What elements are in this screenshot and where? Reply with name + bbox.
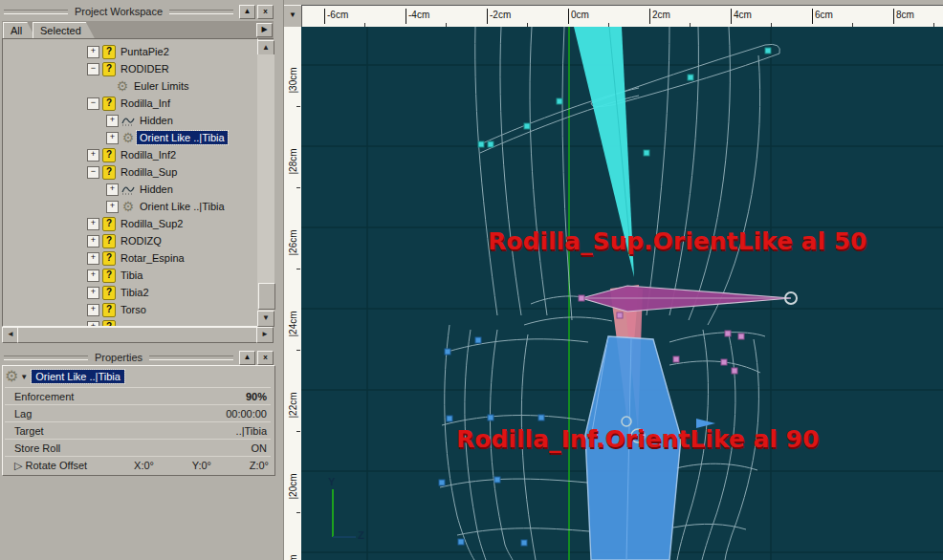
expand-icon[interactable]: + xyxy=(106,201,119,213)
tree-item-label[interactable]: Tibia xyxy=(118,269,145,282)
workspace-tabbar: All Selected ▶ xyxy=(2,21,274,39)
tree-item-label[interactable]: RODIDER xyxy=(118,62,172,75)
properties-close-button[interactable]: x xyxy=(257,351,274,365)
workspace-close-button[interactable]: x xyxy=(257,5,274,19)
panel-divider[interactable] xyxy=(275,0,284,560)
tree-item-label[interactable]: Hidden xyxy=(137,183,176,196)
tree-item-hidden[interactable]: +Hidden xyxy=(3,181,257,198)
expand-icon[interactable]: + xyxy=(106,183,119,196)
property-row-rotate-offset[interactable]: ▷ Rotate OffsetX:0°Y:0°Z:0° xyxy=(5,456,271,474)
project-workspace-panel: Project Workspace ▲ x All Selected ▶ +?P… xyxy=(0,0,275,350)
horizontal-ruler[interactable]: -6cm-4cm-2cm0cm2cm4cm6cm8cm xyxy=(301,5,943,29)
tree-item-rodilla-sup[interactable]: −?Rodilla_Sup xyxy=(3,163,257,181)
expand-icon[interactable]: + xyxy=(87,235,99,248)
tree-scroll-right-button[interactable]: ► xyxy=(256,327,274,343)
tree-item-euler-limits[interactable]: ⚙Euler Limits xyxy=(3,77,257,95)
property-row-store-roll[interactable]: Store RollON xyxy=(5,439,271,457)
tree-item-label[interactable]: Hidden xyxy=(137,114,176,127)
knee-diamond-effector[interactable] xyxy=(581,286,791,312)
property-row-lag[interactable]: Lag00:00:00 xyxy=(5,404,271,422)
collapse-icon[interactable]: − xyxy=(87,97,99,110)
tree-item-rodilla-inf2[interactable]: +?Rodilla_Inf2 xyxy=(3,146,257,163)
tree-vscroll-thumb[interactable] xyxy=(258,283,275,310)
tree-hscroll-thumb[interactable] xyxy=(17,327,258,343)
chevron-down-icon[interactable]: ▼ xyxy=(20,373,28,381)
v-ruler-label: |18cm xyxy=(288,537,298,560)
expand-icon[interactable]: + xyxy=(87,304,99,316)
tree-item-label[interactable]: Tibia2 xyxy=(118,286,152,299)
tree-item-label[interactable]: PuntaPie2 xyxy=(118,45,172,58)
tree-item-label[interactable]: Rodilla_Sup2 xyxy=(118,217,186,230)
ruler-options-button[interactable]: ▼ xyxy=(283,5,302,28)
titlebar-groove xyxy=(149,355,233,360)
tab-selected[interactable]: Selected xyxy=(33,22,95,38)
question-icon: ? xyxy=(102,269,116,282)
gear-icon: ⚙ xyxy=(121,131,135,144)
workspace-minimize-button[interactable]: ▲ xyxy=(239,5,255,19)
tree-item-label[interactable]: RODIZQ xyxy=(118,234,164,248)
collapse-icon[interactable]: − xyxy=(87,63,99,75)
collapse-icon[interactable]: − xyxy=(87,166,99,179)
tree-item-clipped[interactable]: +? xyxy=(3,318,257,327)
property-row-target[interactable]: Target..|Tibia xyxy=(5,421,271,440)
tree-item-label[interactable]: Rodilla_Inf xyxy=(118,97,173,110)
tree-item-torso[interactable]: +?Torso xyxy=(3,301,257,318)
tab-all[interactable]: All xyxy=(3,22,35,38)
viewport-canvas[interactable]: Y Z Rodilla_Sup.OrientLike al 50 Rodilla… xyxy=(301,27,943,560)
question-icon: ? xyxy=(102,62,116,75)
tree-item-rodilla-inf[interactable]: −?Rodilla_Inf xyxy=(3,95,257,112)
tree-item-orient-like-tibia[interactable]: +⚙Orient Like ..|Tibia xyxy=(3,198,257,215)
expand-icon[interactable]: + xyxy=(87,218,99,230)
tree-item-label[interactable]: Rodilla_Inf2 xyxy=(118,148,179,162)
tree-item-tibia[interactable]: +?Tibia xyxy=(3,267,257,284)
expand-icon[interactable]: + xyxy=(87,46,99,58)
tree-vscrollbar[interactable] xyxy=(257,54,274,311)
expand-icon[interactable]: + xyxy=(106,115,119,127)
property-value[interactable]: 00:00:00 xyxy=(226,408,267,420)
expand-icon[interactable]: + xyxy=(106,132,119,144)
workspace-titlebar[interactable]: Project Workspace ▲ x xyxy=(0,4,275,19)
tab-overflow-button[interactable]: ▶ xyxy=(256,23,273,37)
properties-minimize-button[interactable]: ▲ xyxy=(239,351,255,365)
gear-icon: ⚙ xyxy=(116,79,129,93)
workspace-tree: +?PuntaPie2−?RODIDER⚙Euler Limits−?Rodil… xyxy=(2,38,258,327)
question-icon: ? xyxy=(102,320,116,327)
tree-scroll-down-button[interactable]: ▼ xyxy=(257,311,274,327)
tree-item-rotar-espina[interactable]: +?Rotar_Espina xyxy=(3,249,257,267)
expand-icon[interactable]: + xyxy=(87,149,99,162)
tree-item-label[interactable] xyxy=(118,320,123,327)
tree-item-label[interactable]: Orient Like ..|Tibia xyxy=(137,131,228,144)
properties-titlebar[interactable]: Properties ▲ x xyxy=(0,350,275,365)
tree-item-rodider[interactable]: −?RODIDER xyxy=(3,60,257,77)
v-ruler-minor-tick xyxy=(296,512,300,513)
tree-item-orient-like-tibia[interactable]: +⚙Orient Like ..|Tibia xyxy=(3,129,257,146)
property-label[interactable]: ▷ Rotate Offset xyxy=(14,460,87,472)
h-ruler-label: -6cm xyxy=(324,9,348,24)
tree-item-tibia2[interactable]: +?Tibia2 xyxy=(3,284,257,301)
vertical-ruler[interactable]: |30cm|28cm|26cm|24cm|22cm|20cm|18cm xyxy=(283,27,302,560)
question-icon: ? xyxy=(102,251,116,265)
property-row-enforcement[interactable]: Enforcement90% xyxy=(5,387,271,405)
tree-item-label[interactable]: Orient Like ..|Tibia xyxy=(137,200,228,213)
tree-item-hidden[interactable]: +Hidden xyxy=(3,112,257,129)
axis-z-label: Z xyxy=(358,529,364,541)
tree-item-label[interactable]: Euler Limits xyxy=(131,79,191,93)
tree-item-rodilla-sup2[interactable]: +?Rodilla_Sup2 xyxy=(3,215,257,232)
curve-icon xyxy=(121,183,135,196)
property-value[interactable]: Y:0° xyxy=(192,460,211,471)
v-ruler-label: |20cm xyxy=(288,456,298,500)
properties-header-label[interactable]: Orient Like ..|Tibia xyxy=(32,370,124,383)
property-value[interactable]: ..|Tibia xyxy=(236,425,267,437)
expand-icon[interactable]: + xyxy=(87,269,99,282)
tree-item-label[interactable]: Rotar_Espina xyxy=(118,251,187,265)
expand-icon[interactable]: + xyxy=(87,287,99,299)
tree-item-rodizq[interactable]: +?RODIZQ xyxy=(3,232,257,249)
tree-item-puntapie2[interactable]: +?PuntaPie2 xyxy=(3,43,257,60)
expand-icon[interactable]: + xyxy=(87,252,99,265)
property-value[interactable]: Z:0° xyxy=(250,460,269,471)
tree-item-label[interactable]: Torso xyxy=(118,303,149,316)
tree-item-label[interactable]: Rodilla_Sup xyxy=(118,165,180,179)
property-value[interactable]: X:0° xyxy=(134,460,154,471)
property-value[interactable]: 90% xyxy=(246,391,267,402)
property-value[interactable]: ON xyxy=(252,442,268,454)
